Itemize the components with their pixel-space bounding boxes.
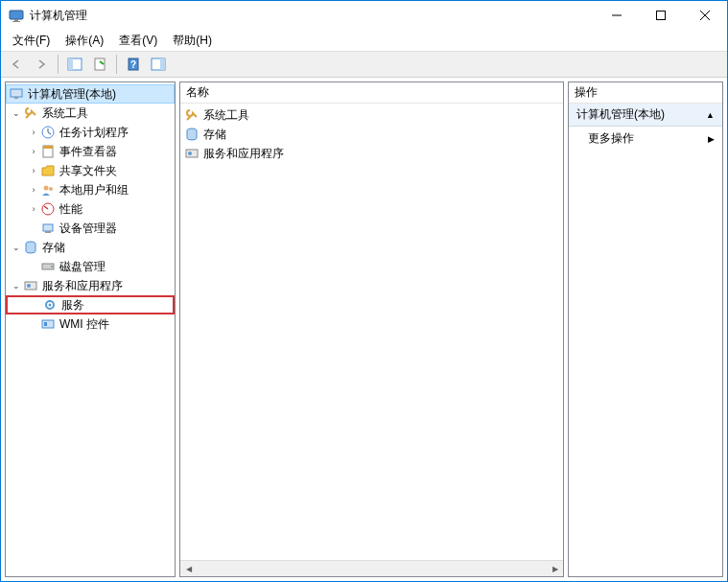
svg-rect-2 (12, 21, 20, 22)
actions-section-label: 计算机管理(本地) (576, 106, 665, 123)
content-area: 计算机管理(本地) ⌄ 系统工具 › 任务计划程序 › (1, 78, 727, 581)
toolbar-separator (116, 55, 117, 74)
tree-node-disk-management[interactable]: 磁盘管理 (6, 257, 175, 276)
show-hide-actions-button[interactable] (147, 54, 170, 75)
tree-node-device-manager[interactable]: 设备管理器 (6, 219, 175, 238)
collapse-icon[interactable]: ⌄ (10, 106, 23, 120)
tree-node-storage[interactable]: ⌄ 存储 (6, 238, 175, 257)
tree-label: 计算机管理(本地) (28, 86, 116, 103)
tree-body: 计算机管理(本地) ⌄ 系统工具 › 任务计划程序 › (6, 82, 175, 576)
toolbar: ? (1, 51, 727, 78)
computer-icon (9, 86, 24, 102)
titlebar: 计算机管理 (1, 1, 727, 30)
tree-label: 磁盘管理 (59, 259, 106, 275)
scroll-track[interactable] (197, 561, 547, 576)
tree-label: 本地用户和组 (59, 182, 129, 198)
tree-node-local-users[interactable]: › 本地用户和组 (6, 180, 175, 199)
maximize-button[interactable] (639, 1, 683, 30)
forward-button[interactable] (30, 54, 53, 75)
tree-label: 共享文件夹 (59, 163, 117, 179)
column-header-name[interactable]: 名称 (180, 82, 563, 104)
svg-point-20 (49, 187, 53, 191)
svg-rect-8 (68, 58, 73, 70)
tree-label: 任务计划程序 (59, 125, 129, 141)
expand-icon[interactable]: › (27, 183, 40, 197)
tree-label: 事件查看器 (59, 144, 117, 160)
tree-node-task-scheduler[interactable]: › 任务计划程序 (6, 123, 175, 142)
gear-icon (42, 297, 58, 313)
tree-node-event-viewer[interactable]: › 事件查看器 (6, 142, 175, 161)
menu-view[interactable]: 查看(V) (111, 31, 165, 51)
menu-action[interactable]: 操作(A) (58, 31, 111, 51)
folder-share-icon (40, 163, 56, 178)
actions-section[interactable]: 计算机管理(本地) ▲ (569, 104, 722, 127)
column-label: 名称 (186, 84, 209, 101)
show-hide-tree-button[interactable] (63, 54, 86, 75)
menu-help[interactable]: 帮助(H) (165, 31, 220, 51)
window: 计算机管理 文件(F) 操作(A) 查看(V) 帮助(H) ? 计算机管理(本地 (0, 0, 728, 582)
horizontal-scrollbar[interactable]: ◀ ▶ (180, 560, 563, 576)
device-icon (40, 221, 56, 236)
list-item-storage[interactable]: 存储 (180, 125, 563, 144)
window-title: 计算机管理 (30, 8, 595, 24)
expand-icon[interactable]: › (27, 202, 40, 216)
disk-icon (40, 259, 56, 274)
properties-button[interactable] (88, 54, 111, 75)
svg-point-26 (51, 266, 53, 268)
scroll-right-button[interactable]: ▶ (547, 561, 563, 576)
tree-node-root[interactable]: 计算机管理(本地) (6, 84, 175, 104)
performance-icon (40, 201, 56, 217)
list-item-services-apps[interactable]: 服务和应用程序 (180, 144, 563, 163)
menu-file[interactable]: 文件(F) (5, 31, 58, 51)
svg-rect-13 (160, 58, 165, 70)
tree-label: 设备管理器 (59, 221, 117, 237)
svg-rect-1 (14, 19, 18, 21)
actions-panel: 操作 计算机管理(本地) ▲ 更多操作 ▶ (568, 81, 723, 577)
expand-icon[interactable]: › (27, 164, 40, 177)
tree-label: 存储 (42, 240, 65, 256)
expand-icon[interactable]: › (27, 145, 40, 158)
wmi-icon (40, 316, 56, 332)
svg-rect-4 (657, 12, 666, 20)
svg-rect-0 (10, 11, 23, 19)
tree-label: WMI 控件 (59, 316, 109, 333)
svg-point-28 (27, 284, 31, 288)
tree-label: 性能 (59, 201, 82, 218)
app-icon (9, 8, 24, 23)
svg-rect-14 (11, 89, 22, 97)
services-apps-icon (184, 146, 200, 161)
svg-text:?: ? (130, 59, 136, 70)
svg-point-19 (44, 186, 49, 191)
tree-panel: 计算机管理(本地) ⌄ 系统工具 › 任务计划程序 › (5, 81, 176, 577)
tree-node-wmi-control[interactable]: WMI 控件 (6, 314, 175, 334)
svg-rect-15 (14, 97, 18, 99)
clock-icon (40, 125, 56, 140)
list-item-system-tools[interactable]: 系统工具 (180, 105, 563, 125)
submenu-arrow-icon: ▶ (708, 134, 715, 144)
users-icon (40, 182, 56, 198)
back-button[interactable] (5, 54, 28, 75)
collapse-icon[interactable]: ⌄ (10, 241, 23, 254)
toolbar-separator (58, 55, 59, 74)
event-icon (40, 144, 56, 159)
tree-node-performance[interactable]: › 性能 (6, 199, 175, 219)
services-apps-icon (23, 278, 38, 293)
tree-node-services-apps[interactable]: ⌄ 服务和应用程序 (6, 276, 175, 295)
close-button[interactable] (683, 1, 727, 30)
tree-node-services[interactable]: 服务 (6, 295, 175, 314)
svg-rect-23 (45, 231, 51, 233)
storage-icon (23, 240, 38, 255)
tree-label: 服务和应用程序 (42, 278, 123, 294)
svg-rect-18 (43, 146, 53, 149)
list-panel: 名称 系统工具 存储 服务和应用程序 ◀ ▶ (179, 81, 564, 577)
help-button[interactable]: ? (122, 54, 145, 75)
collapse-icon[interactable]: ⌄ (10, 279, 23, 292)
expand-icon[interactable]: › (27, 126, 40, 139)
tree-node-shared-folders[interactable]: › 共享文件夹 (6, 161, 175, 180)
minimize-button[interactable] (595, 1, 639, 30)
list-item-label: 服务和应用程序 (203, 146, 284, 162)
tree-node-system-tools[interactable]: ⌄ 系统工具 (6, 104, 175, 123)
scroll-left-button[interactable]: ◀ (180, 561, 197, 576)
svg-point-30 (49, 304, 52, 307)
actions-more[interactable]: 更多操作 ▶ (569, 127, 722, 151)
